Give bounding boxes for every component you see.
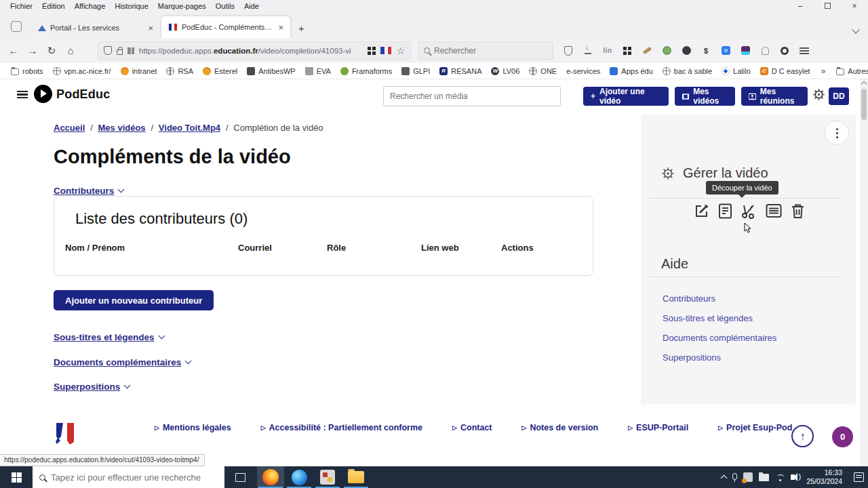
browser-search-field[interactable] [418,41,553,60]
lock-icon[interactable] [117,49,123,55]
user-avatar[interactable]: DD [829,87,849,105]
dollar-extension-icon[interactable]: $ [701,45,711,56]
bookmark-intranet[interactable]: intranet [117,66,161,77]
podeduc-brand[interactable]: PodEduc [56,87,110,102]
help-link-documents[interactable]: Documents complémentaires [663,333,776,343]
help-link-overlays[interactable]: Superpositions [663,352,721,363]
taskbar-clock[interactable]: 16:33 25/03/2024 [804,468,845,486]
start-button[interactable] [0,466,33,488]
microphone-icon[interactable] [732,473,737,480]
my-meetings-button[interactable]: Mes réunions [741,87,808,106]
footer-projet-esup-pod[interactable]: ▷Projet Esup-Pod [718,423,792,432]
taskbar-search-input[interactable] [51,472,218,483]
url-bar[interactable]: https://podeduc.apps.education.fr/video/… [98,41,411,60]
lock-extension-icon[interactable] [720,45,731,56]
cut-video-scissors-button[interactable] [741,203,757,219]
tray-expand-icon[interactable] [721,475,728,482]
tracking-protection-icon[interactable] [104,46,112,55]
media-search-field[interactable] [383,86,561,106]
media-search-input[interactable] [390,92,554,101]
network-icon[interactable] [775,474,785,481]
download-icon[interactable] [583,45,593,56]
speaker-icon[interactable] [791,474,795,480]
close-tab-icon[interactable]: × [146,23,155,33]
menu-edition[interactable]: Édition [37,1,70,12]
help-link-subtitles[interactable]: Sous-titres et légendes [663,313,753,323]
footer-accessibilite[interactable]: ▷Accessibilité : Partiellement conforme [261,423,422,432]
footer-notes-version[interactable]: ▷Notes de version [522,423,599,432]
bookmark-vpn[interactable]: vpn.ac-nice.fr/ [49,66,115,77]
dark-extension-icon[interactable] [681,45,692,56]
menu-outils[interactable]: Outils [211,1,239,12]
bookmark-eva[interactable]: EVA [301,66,335,77]
completion-list-button[interactable] [766,203,782,219]
minimize-button[interactable]: – [787,1,814,11]
menu-hamburger-icon[interactable] [799,45,810,56]
more-options-button[interactable] [825,121,849,145]
breadcrumb-mes-videos[interactable]: Mes vidéos [98,123,146,133]
podeduc-logo-play-icon[interactable] [34,85,52,103]
tray-folder-icon[interactable] [759,474,769,481]
bookmark-lalilo[interactable]: Lalilo [717,66,755,77]
taskbar-firefox[interactable] [257,466,284,488]
bookmark-robots[interactable]: robots [7,66,47,77]
bookmark-esterel[interactable]: Esterel [199,66,241,77]
menu-historique[interactable]: Historique [110,1,153,12]
settings-gear-icon[interactable] [812,88,825,104]
bookmark-e-services[interactable]: e-services [562,66,604,77]
firefox-view-icon[interactable] [11,21,22,32]
ghost-extension-icon[interactable] [760,45,770,56]
scroll-to-top-button[interactable]: ↑ [791,425,814,447]
taskbar-search-field[interactable] [33,466,224,488]
brush-extension-icon[interactable] [642,45,652,56]
bookmarks-overflow-chevron[interactable]: » [816,66,831,76]
action-center-icon[interactable] [854,472,864,482]
menu-affichage[interactable]: Affichage [70,1,111,12]
lin-extension-icon[interactable]: lin [602,45,613,56]
documents-toggle[interactable]: Documents complémentaires [54,357,191,367]
tab-podeduc-active[interactable]: PodEduc - Compléments de la × [161,16,290,38]
home-button[interactable]: ⌂ [61,45,80,56]
containers-icon[interactable] [368,47,376,55]
scrollbar-thumb[interactable] [861,89,867,120]
menu-aide[interactable]: Aide [239,1,264,12]
tab-portail[interactable]: Portail - Les services × [31,18,160,38]
globe-extension-icon[interactable] [661,45,672,56]
bookmark-rsa[interactable]: RSA [162,66,197,77]
menu-marque-pages[interactable]: Marque-pages [153,1,211,12]
scrollbar-up-arrow[interactable] [861,81,867,87]
shield-extension-icon[interactable] [563,45,574,56]
close-tab-icon[interactable]: × [277,22,285,33]
edit-video-button[interactable] [694,203,709,219]
breadcrumb-accueil[interactable]: Accueil [54,123,85,133]
vertical-scrollbar[interactable] [860,79,868,466]
tray-app-icon[interactable] [743,472,753,482]
search-input[interactable] [434,46,547,56]
bookmark-glpi[interactable]: GLPI [397,66,434,77]
bookmark-apps-edu[interactable]: Apps édu [606,66,656,77]
bookmark-lv06[interactable]: WLV06 [487,66,524,77]
bookmark-resana[interactable]: RRESANA [435,66,486,77]
breadcrumb-video-toit[interactable]: Video Toit.Mp4 [159,123,220,133]
help-link-contributors[interactable]: Contributeurs [663,293,715,304]
close-window-button[interactable]: × [841,1,868,11]
bookmark-antibeswp[interactable]: AntibesWP [243,66,299,77]
purple-extension-icon[interactable] [740,45,751,56]
new-tab-button[interactable]: + [292,22,311,38]
footer-contact[interactable]: ▷Contact [452,423,492,432]
grid-extension-icon[interactable] [622,45,633,56]
bookmark-framaforms[interactable]: Framaforms [336,66,396,77]
overlays-toggle[interactable]: Superpositions [54,382,130,392]
footer-esup-portail[interactable]: ▷ESUP-Portail [628,423,688,432]
bookmark-star-icon[interactable]: ☆ [396,45,405,56]
page-extension-icon[interactable] [127,47,134,54]
footer-mentions-legales[interactable]: ▷Mentions légales [155,423,231,432]
back-button[interactable]: ← [4,45,23,56]
french-flag-icon[interactable] [380,47,391,54]
taskbar-explorer[interactable] [342,466,370,488]
bookmark-bac-a-sable[interactable]: bac à sable [658,66,716,77]
subtitles-toggle[interactable]: Sous-titres et légendes [54,332,164,342]
bookmark-one[interactable]: ONE [525,66,561,77]
forward-button[interactable]: → [23,45,42,56]
restore-button[interactable] [814,1,841,11]
